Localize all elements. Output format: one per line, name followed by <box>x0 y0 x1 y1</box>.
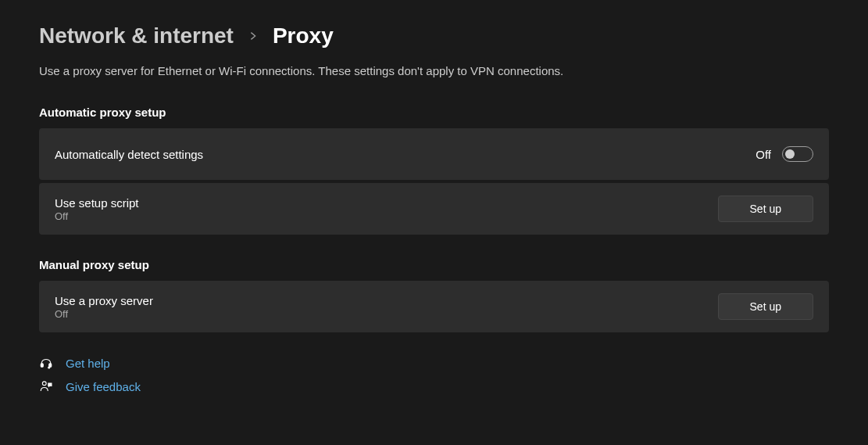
page-description: Use a proxy server for Ethernet or Wi-Fi… <box>39 64 829 77</box>
setup-script-label: Use setup script <box>55 196 139 210</box>
feedback-icon <box>39 379 53 393</box>
breadcrumb-parent-link[interactable]: Network & internet <box>39 23 234 48</box>
svg-point-3 <box>42 382 46 386</box>
auto-detect-card: Automatically detect settings Off <box>39 128 829 180</box>
give-feedback-label: Give feedback <box>66 380 141 393</box>
svg-point-2 <box>48 367 50 368</box>
auto-detect-state-label: Off <box>755 148 771 161</box>
proxy-server-card: Use a proxy server Off Set up <box>39 281 829 332</box>
setup-script-card: Use setup script Off Set up <box>39 183 829 235</box>
give-feedback-link[interactable]: Give feedback <box>39 379 829 393</box>
svg-rect-0 <box>41 364 43 368</box>
auto-detect-label: Automatically detect settings <box>55 148 203 161</box>
setup-script-status: Off <box>55 210 139 222</box>
breadcrumb: Network & internet Proxy <box>39 23 829 48</box>
automatic-section-title: Automatic proxy setup <box>39 106 829 119</box>
chevron-right-icon <box>248 31 259 41</box>
get-help-label: Get help <box>66 357 110 370</box>
settings-page: Network & internet Proxy Use a proxy ser… <box>0 0 868 409</box>
help-icon <box>39 356 53 370</box>
proxy-server-label: Use a proxy server <box>55 294 153 307</box>
automatic-proxy-section: Automatic proxy setup Automatically dete… <box>39 106 829 235</box>
get-help-link[interactable]: Get help <box>39 356 829 370</box>
footer-links: Get help Give feedback <box>39 356 829 393</box>
toggle-knob <box>785 149 795 159</box>
manual-proxy-section: Manual proxy setup Use a proxy server Of… <box>39 258 829 332</box>
page-title: Proxy <box>273 23 334 48</box>
proxy-server-status: Off <box>55 308 153 320</box>
proxy-server-button[interactable]: Set up <box>718 293 813 320</box>
manual-section-title: Manual proxy setup <box>39 258 829 271</box>
setup-script-button[interactable]: Set up <box>718 196 813 222</box>
auto-detect-toggle[interactable] <box>782 146 813 162</box>
